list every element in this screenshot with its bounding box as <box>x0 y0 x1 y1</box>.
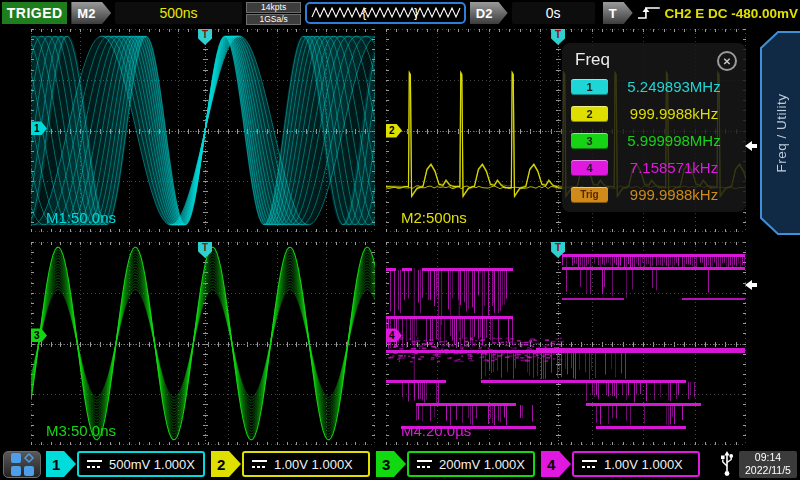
time: 09:14 <box>755 451 781 464</box>
channel-badge: Trig <box>571 187 608 203</box>
trigger-marker-glyph: T <box>202 242 208 258</box>
dc-coupling-icon <box>252 460 267 469</box>
sample-rate: 1GSa/s <box>246 14 301 25</box>
memory-depth: 14kpts <box>246 2 301 13</box>
acquisition-info: 14kpts 1GSa/s <box>246 2 301 25</box>
channel-settings-box[interactable]: 1.00V 1.000X <box>242 451 370 477</box>
frequency-value: 5.999998MHz <box>608 132 740 149</box>
quadrant-m1[interactable]: T 1 M1:50.0ns <box>31 29 375 232</box>
channel-groups: 1 500mV 1.000X 2 1.00V 1.000X 3 200mV 1.… <box>46 451 700 477</box>
menu-diamond-icon <box>23 452 33 462</box>
dc-coupling-icon <box>87 460 102 469</box>
channel-group-3[interactable]: 3 200mV 1.000X <box>376 451 535 477</box>
delay-readout[interactable]: 0s <box>512 2 595 24</box>
channel-number-badge[interactable]: 1 <box>46 451 76 477</box>
trigger-ref-badge[interactable]: T <box>603 2 633 24</box>
channel-group-2[interactable]: 2 1.00V 1.000X <box>211 451 370 477</box>
freq-measurement-row: 1 5.249893MHz <box>562 73 746 100</box>
trigger-marker-glyph: T <box>202 29 208 45</box>
rising-edge-icon <box>637 5 661 21</box>
freq-measurement-row: 3 5.999998MHz <box>562 127 746 154</box>
channel-badge: 1 <box>571 79 608 95</box>
freq-measurement-row: 2 999.9988kHz <box>562 100 746 127</box>
channel-badge: 2 <box>571 106 608 122</box>
waveform-canvas <box>31 242 375 445</box>
channel-group-1[interactable]: 1 500mV 1.000X <box>46 451 205 477</box>
quadrant-m4[interactable]: T 4 M4:20.0µs <box>386 242 746 445</box>
dc-coupling-icon <box>582 460 597 469</box>
menu-button[interactable] <box>3 451 41 478</box>
channel-settings-box[interactable]: 500mV 1.000X <box>77 451 205 477</box>
date: 2022/11/5 <box>745 464 791 477</box>
channel-settings-box[interactable]: 200mV 1.000X <box>407 451 535 477</box>
quadrant-timebase-label: M2:500ns <box>401 209 467 226</box>
clock[interactable]: 09:14 2022/11/5 <box>739 451 797 478</box>
channel-scale-label: 1.00V 1.000X <box>274 457 353 472</box>
trigger-marker-glyph: T <box>555 29 561 45</box>
dc-coupling-icon <box>417 460 432 469</box>
trigger-settings-readout[interactable]: CH2 E DC -480.00mV <box>664 6 798 21</box>
frequency-value: 999.9988kHz <box>608 186 740 203</box>
trigger-marker-glyph: T <box>555 242 561 258</box>
channel-scale-label: 200mV 1.000X <box>439 457 525 472</box>
tab-label: Freq / Utility <box>774 93 789 172</box>
frequency-value: 7.158571kHz <box>608 159 740 176</box>
trigger-level-arrow[interactable] <box>745 141 757 151</box>
quadrant-m3[interactable]: T 3 M3:50.0ns <box>31 242 375 445</box>
channel-number-badge[interactable]: 3 <box>376 451 406 477</box>
trigger-status-badge: TRIGED <box>2 2 67 24</box>
channel-scale-label: 1.00V 1.000X <box>604 457 683 472</box>
menu-square-icon <box>24 466 34 476</box>
bottom-channel-bar: 1 500mV 1.000X 2 1.00V 1.000X 3 200mV 1.… <box>0 448 800 480</box>
channel-scale-label: 500mV 1.000X <box>109 457 195 472</box>
channel-badge: 4 <box>571 160 608 176</box>
freq-measurement-row: 4 7.158571kHz <box>562 154 746 181</box>
delay-ref-badge[interactable]: D2 <box>470 2 508 24</box>
frequency-value: 999.9988kHz <box>608 105 740 122</box>
oscilloscope-screen: TRIGED M2 500ns 14kpts 1GSa/s { } D2 0s … <box>0 0 800 480</box>
channel-number-badge[interactable]: 4 <box>541 451 571 477</box>
window-left-bracket: { <box>362 5 367 20</box>
preview-zigzag-icon: { } <box>310 4 462 22</box>
close-icon[interactable]: ✕ <box>717 51 737 71</box>
usb-icon <box>720 451 734 477</box>
top-status-bar: TRIGED M2 500ns 14kpts 1GSa/s { } D2 0s … <box>0 0 800 26</box>
freq-measurement-panel: Freq ✕ 1 5.249893MHz 2 999.9988kHz 3 5.9… <box>562 43 746 212</box>
quadrant-timebase-label: M1:50.0ns <box>46 209 116 226</box>
frequency-value: 5.249893MHz <box>608 78 740 95</box>
channel-settings-box[interactable]: 1.00V 1.000X <box>572 451 700 477</box>
waveform-preview-strip[interactable]: { } <box>305 2 465 24</box>
quadrant-timebase-label: M4:20.0µs <box>401 422 471 439</box>
trigger-level-arrow[interactable] <box>745 280 757 290</box>
waveform-canvas <box>386 242 746 445</box>
waveform-canvas <box>31 29 375 232</box>
freq-rows: 1 5.249893MHz 2 999.9988kHz 3 5.999998MH… <box>562 73 746 208</box>
horizontal-ref-badge[interactable]: M2 <box>71 2 111 24</box>
menu-square-icon <box>11 453 21 463</box>
channel-badge: 3 <box>571 133 608 149</box>
menu-tab-freq-utility[interactable]: Freq / Utility <box>758 30 800 236</box>
freq-measurement-row: Trig 999.9988kHz <box>562 181 746 208</box>
window-right-bracket: } <box>414 5 419 20</box>
channel-number-badge[interactable]: 2 <box>211 451 241 477</box>
channel-group-4[interactable]: 4 1.00V 1.000X <box>541 451 700 477</box>
timebase-readout[interactable]: 500ns <box>115 2 242 24</box>
quadrant-timebase-label: M3:50.0ns <box>46 422 116 439</box>
menu-square-icon <box>11 466 21 476</box>
